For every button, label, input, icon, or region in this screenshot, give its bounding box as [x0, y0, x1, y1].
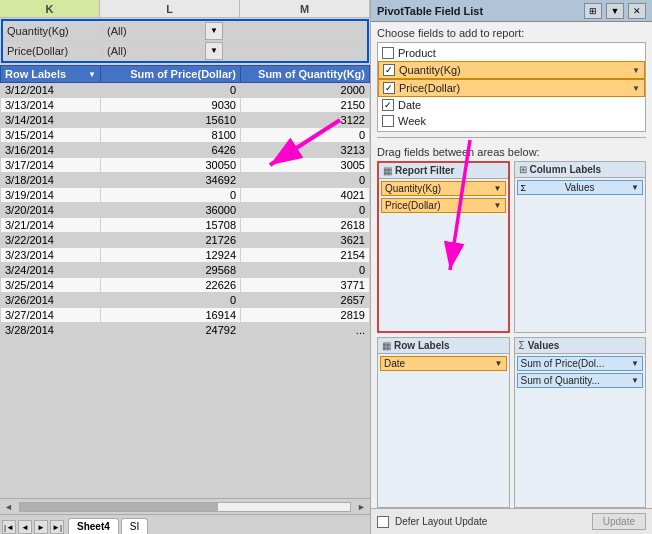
drag-item-quantity[interactable]: Quantity(Kg) ▼: [381, 181, 506, 196]
row-labels-header: ▦ Row Labels: [378, 338, 509, 354]
qty-cell: 3005: [241, 158, 370, 173]
field-checkbox-week[interactable]: [382, 115, 394, 127]
field-checkbox-date[interactable]: ✓: [382, 99, 394, 111]
qty-cell: 3122: [241, 113, 370, 128]
drag-item-sum-qty-arrow[interactable]: ▼: [631, 376, 639, 385]
drag-item-sum-price-arrow[interactable]: ▼: [631, 359, 639, 368]
drag-item-sum-price[interactable]: Sum of Price(Dol... ▼: [517, 356, 644, 371]
field-item-price[interactable]: ✓ Price(Dollar) ▼: [378, 79, 645, 97]
sheet-tab-si[interactable]: SI: [121, 518, 148, 534]
table-row: 3/18/2014 34692 0: [1, 173, 370, 188]
sheet-nav: |◄ ◄ ► ►|: [2, 520, 64, 534]
field-dropdown-quantity[interactable]: ▼: [632, 66, 640, 75]
drag-label: Drag fields between areas below:: [371, 143, 652, 161]
drag-item-sum-qty[interactable]: Sum of Quantity... ▼: [517, 373, 644, 388]
qty-cell: 0: [241, 263, 370, 278]
row-labels-items: Date ▼: [378, 354, 509, 508]
drag-item-values-col-arrow[interactable]: ▼: [631, 183, 639, 192]
filter-label-quantity: Quantity(Kg): [3, 25, 103, 37]
drag-item-date-label: Date: [384, 358, 405, 369]
drag-item-price-arrow[interactable]: ▼: [494, 201, 502, 210]
qty-cell: 3213: [241, 143, 370, 158]
field-dropdown-price[interactable]: ▼: [632, 84, 640, 93]
row-labels-area: ▦ Row Labels Date ▼: [377, 337, 510, 509]
table-row: 3/17/2014 30050 3005: [1, 158, 370, 173]
drag-item-date[interactable]: Date ▼: [380, 356, 507, 371]
pivot-data-table: Row Labels ▼ Sum of Price(Dollar) Sum of…: [0, 65, 370, 338]
field-checkbox-product[interactable]: [382, 47, 394, 59]
header-row-labels[interactable]: Row Labels ▼: [1, 66, 101, 83]
date-cell: 3/21/2014: [1, 218, 101, 233]
filter-dropdown-price[interactable]: ▼: [205, 42, 223, 60]
field-item-week[interactable]: Week: [378, 113, 645, 129]
drag-item-price[interactable]: Price(Dollar) ▼: [381, 198, 506, 213]
pivot-settings-icon[interactable]: ⊞: [584, 3, 602, 19]
field-item-quantity[interactable]: ✓ Quantity(Kg) ▼: [378, 61, 645, 79]
filter-dropdown-quantity[interactable]: ▼: [205, 22, 223, 40]
date-cell: 3/18/2014: [1, 173, 101, 188]
date-cell: 3/27/2014: [1, 308, 101, 323]
price-cell: 16914: [101, 308, 241, 323]
date-cell: 3/26/2014: [1, 293, 101, 308]
column-labels-title: Column Labels: [530, 164, 602, 175]
pivot-title: PivotTable Field List: [377, 5, 483, 17]
drag-item-date-arrow[interactable]: ▼: [495, 359, 503, 368]
pivot-close-icon[interactable]: ✕: [628, 3, 646, 19]
qty-cell: 4021: [241, 188, 370, 203]
field-checkbox-price[interactable]: ✓: [383, 82, 395, 94]
price-cell: 21726: [101, 233, 241, 248]
field-name-price: Price(Dollar): [399, 82, 632, 94]
price-cell: 15708: [101, 218, 241, 233]
date-cell: 3/12/2014: [1, 83, 101, 98]
defer-label: Defer Layout Update: [395, 516, 586, 527]
filter-label-price: Price(Dollar): [3, 45, 103, 57]
values-title: Values: [528, 340, 560, 351]
update-button[interactable]: Update: [592, 513, 646, 530]
price-cell: 0: [101, 83, 241, 98]
table-row: 3/12/2014 0 2000: [1, 83, 370, 98]
column-labels-header: ⊞ Column Labels: [515, 162, 646, 178]
date-cell: 3/20/2014: [1, 203, 101, 218]
date-cell: 3/19/2014: [1, 188, 101, 203]
qty-cell: 2000: [241, 83, 370, 98]
field-checkbox-quantity[interactable]: ✓: [383, 64, 395, 76]
qty-cell: 2819: [241, 308, 370, 323]
column-labels-area: ⊞ Column Labels Σ Values ▼: [514, 161, 647, 333]
sigma-icon-col: Σ: [521, 183, 527, 193]
table-row: 3/27/2014 16914 2819: [1, 308, 370, 323]
date-cell: 3/24/2014: [1, 263, 101, 278]
row-labels-title: Row Labels: [394, 340, 450, 351]
qty-cell: 2618: [241, 218, 370, 233]
price-cell: 30050: [101, 158, 241, 173]
horizontal-scrollbar[interactable]: ◄ ►: [0, 498, 370, 514]
sheet-nav-first[interactable]: |◄: [2, 520, 16, 534]
report-filter-area: ▦ Report Filter Quantity(Kg) ▼ Price(Dol…: [377, 161, 510, 333]
pivot-menu-icon[interactable]: ▼: [606, 3, 624, 19]
table-row: 3/24/2014 29568 0: [1, 263, 370, 278]
price-cell: 0: [101, 293, 241, 308]
drag-item-sum-qty-label: Sum of Quantity...: [521, 375, 600, 386]
sheet-tab-sheet4[interactable]: Sheet4: [68, 518, 119, 534]
field-item-date[interactable]: ✓ Date: [378, 97, 645, 113]
sheet-nav-next[interactable]: ►: [34, 520, 48, 534]
qty-cell: 3771: [241, 278, 370, 293]
row-icon: ▦: [382, 340, 391, 351]
table-row: 3/21/2014 15708 2618: [1, 218, 370, 233]
field-list: Product ✓ Quantity(Kg) ▼ ✓ Price(Dollar)…: [377, 42, 646, 132]
defer-checkbox[interactable]: [377, 516, 389, 528]
table-row: 3/20/2014 36000 0: [1, 203, 370, 218]
qty-cell: 2154: [241, 248, 370, 263]
drag-item-values-col[interactable]: Σ Values ▼: [517, 180, 644, 195]
table-row: 3/15/2014 8100 0: [1, 128, 370, 143]
header-sum-price: Sum of Price(Dollar): [101, 66, 241, 83]
header-sum-qty: Sum of Quantity(Kg): [241, 66, 370, 83]
field-item-product[interactable]: Product: [378, 45, 645, 61]
filter-icon: ▦: [383, 165, 392, 176]
date-cell: 3/14/2014: [1, 113, 101, 128]
qty-cell: ...: [241, 323, 370, 338]
sheet-nav-prev[interactable]: ◄: [18, 520, 32, 534]
sheet-nav-last[interactable]: ►|: [50, 520, 64, 534]
date-cell: 3/17/2014: [1, 158, 101, 173]
table-row: 3/28/2014 24792 ...: [1, 323, 370, 338]
drag-item-quantity-arrow[interactable]: ▼: [494, 184, 502, 193]
